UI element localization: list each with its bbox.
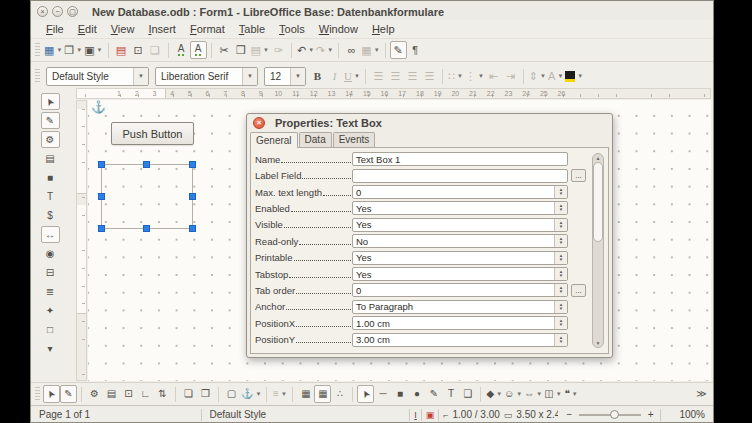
label-field-field[interactable] (352, 169, 568, 183)
redo-button[interactable]: ↷▼ (315, 41, 334, 59)
print-button[interactable]: ⊡ (130, 41, 147, 59)
menu-view[interactable]: View (104, 21, 142, 37)
close-window-button[interactable]: × (37, 6, 48, 17)
spelling-button[interactable]: A (173, 41, 190, 59)
selected-text-box-control[interactable] (101, 164, 193, 229)
control-properties-button[interactable]: ⊡ (120, 385, 137, 403)
menu-window[interactable]: Window (312, 21, 365, 37)
anchor-spinner[interactable]: ▲▼ (554, 301, 567, 313)
symbol-shapes-button[interactable]: ☺▼ (503, 385, 523, 403)
design-mode-button[interactable]: ✎ (60, 385, 77, 403)
flowchart-button[interactable]: ◫▼ (543, 385, 562, 403)
menu-file[interactable]: File (39, 21, 71, 37)
push-button-control[interactable]: Push Button (111, 122, 194, 145)
resize-handle-se[interactable] (189, 225, 196, 232)
maximize-window-button[interactable]: ▢ (67, 6, 78, 17)
printable-spinner[interactable]: ▲▼ (554, 252, 567, 264)
tab-data[interactable]: Data (299, 132, 332, 147)
object-size-status[interactable]: 3.50 x 2.4 (516, 409, 558, 420)
snap-to-grid-button[interactable]: ▦ (314, 385, 331, 403)
insert-text-box-button[interactable]: T (442, 385, 459, 403)
menu-tools[interactable]: Tools (272, 21, 312, 37)
block-arrows-button[interactable]: ⇔▼ (523, 385, 543, 403)
position-y-spinner[interactable]: ▲▼ (554, 334, 567, 346)
print-preview-button[interactable]: ❏ (147, 41, 164, 59)
resize-handle-sw[interactable] (98, 225, 105, 232)
basic-shapes-button[interactable]: ◆▼ (485, 385, 503, 403)
visible-spinner[interactable]: ▲▼ (554, 219, 567, 231)
activation-order-button[interactable]: ⇅ (154, 385, 171, 403)
ellipse-button[interactable]: ● (408, 385, 425, 403)
decrease-indent-button[interactable]: ⇤ (485, 67, 502, 85)
character-highlighting-button[interactable]: A▼ (547, 67, 564, 85)
tab-general[interactable]: General (250, 132, 298, 148)
design-mode-button[interactable]: ✎ (41, 112, 60, 129)
dialog-close-icon[interactable]: × (253, 117, 265, 129)
toolbar-overflow-button[interactable]: ≫ (693, 385, 710, 403)
document-modified-icon[interactable]: ▣ (422, 410, 439, 420)
label-field-button[interactable]: T (41, 188, 60, 205)
change-anchor-button[interactable]: ⚓▼ (240, 385, 262, 403)
control-wizards-button[interactable]: ⚙ (41, 131, 60, 148)
chevron-down-icon[interactable]: ▼ (242, 68, 257, 85)
new-form-design-button[interactable]: ▦▼ (43, 41, 63, 59)
design-mode-button[interactable]: ✎ (390, 41, 407, 59)
zoom-level-status[interactable]: 100% (661, 409, 713, 420)
undo-button[interactable]: ↶▼ (296, 41, 315, 59)
menu-edit[interactable]: Edit (71, 21, 104, 37)
toolbar-grip[interactable] (35, 69, 40, 83)
name-field[interactable]: Text Box 1 (352, 152, 568, 166)
tab-events[interactable]: Events (333, 132, 376, 147)
read-only-spinner[interactable]: ▲▼ (554, 235, 567, 247)
select-button[interactable]: ➤ (43, 385, 60, 403)
clone-formatting-button[interactable]: ✑ (270, 41, 287, 59)
object-position-status[interactable]: 1.00 / 3.00 (453, 409, 500, 420)
position-y-field[interactable]: 3.00 cm▲▼ (352, 333, 568, 347)
tab-order-field[interactable]: 0▲▼ (352, 283, 568, 297)
toolbar-grip[interactable] (35, 43, 40, 57)
helplines-while-moving-button[interactable]: ∴ (331, 385, 348, 403)
open-button[interactable]: ❐▼ (63, 41, 83, 59)
copy-button[interactable]: ❒ (233, 41, 250, 59)
justified-button[interactable]: ☰ (421, 67, 438, 85)
chevron-down-icon[interactable]: ▼ (290, 68, 305, 85)
position-and-size-button[interactable]: ∟ (137, 385, 154, 403)
insert-mode-icon[interactable]: I (410, 410, 421, 420)
italic-button[interactable]: I (326, 67, 343, 85)
zoom-in-button[interactable]: + (646, 409, 660, 420)
callouts-button[interactable]: ❝▼ (563, 385, 580, 403)
scroll-up-icon[interactable]: ▲ (593, 155, 603, 161)
page-style-status[interactable]: Default Style (201, 409, 409, 420)
form-design-canvas[interactable]: ⚓ Push Button × Properties: Text Box Gen… (88, 100, 711, 381)
resize-handle-ne[interactable] (189, 161, 196, 168)
dialog-scrollbar[interactable]: ▲ ▼ (592, 153, 604, 348)
align-left-button[interactable]: ☰ (370, 67, 387, 85)
add-field-button[interactable]: ❏ (180, 385, 197, 403)
insert-line-button[interactable]: ─ (374, 385, 391, 403)
insert-hyperlink-button[interactable]: ∞ (343, 41, 360, 59)
formatted-field-button[interactable]: ✦ (41, 302, 60, 319)
page-count-status[interactable]: Page 1 of 1 (31, 409, 201, 420)
paragraph-style-combobox[interactable]: Default Style ▼ (46, 67, 149, 86)
display-grid-button[interactable]: ▦ (297, 385, 314, 403)
more-controls-button[interactable]: ▾ (41, 340, 60, 357)
highlighting-color-button[interactable]: ▼ (564, 67, 584, 85)
dialog-title-bar[interactable]: × Properties: Text Box (247, 114, 612, 130)
select-button[interactable]: ➤ (41, 93, 60, 110)
export-pdf-button[interactable]: ▤ (113, 41, 130, 59)
bold-button[interactable]: B (309, 67, 326, 85)
resize-handle-nw[interactable] (98, 161, 105, 168)
vertical-ruler[interactable] (76, 100, 87, 381)
resize-handle-w[interactable] (98, 193, 105, 200)
insert-table-button[interactable]: ▦▼ (360, 41, 380, 59)
align-right-button[interactable]: ☰ (404, 67, 421, 85)
menu-format[interactable]: Format (183, 21, 232, 37)
freeform-line-button[interactable]: ✎ (425, 385, 442, 403)
label-field-browse-button[interactable]: ... (571, 169, 586, 182)
max-text-length-spinner[interactable]: ▲▼ (554, 186, 567, 198)
group-box-button[interactable]: □ (41, 321, 60, 338)
toolbar-grip[interactable] (35, 387, 40, 401)
enabled-field[interactable]: Yes▲▼ (352, 201, 568, 215)
scrollbar-thumb[interactable] (593, 162, 603, 242)
zoom-slider[interactable] (579, 414, 640, 416)
